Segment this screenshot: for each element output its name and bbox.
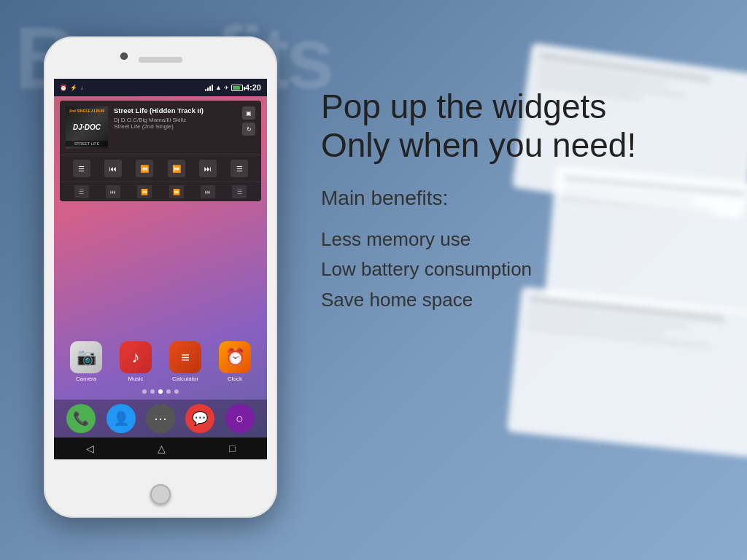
home-button[interactable]: △ <box>158 443 166 454</box>
small-playlist-btn[interactable]: ☰ <box>74 185 89 198</box>
album-text-layer: 2nd SINGLE ALBUM DJ·DOC STREET LIFE <box>66 106 108 149</box>
back-button[interactable]: ◁ <box>86 443 94 454</box>
phone-screen: ⏰ ⚡ ↓ ▲ ✈ <box>54 79 267 459</box>
camera-icon: 📷 <box>70 341 102 373</box>
music-controls-row1: ☰ ⏮ ⏪ ⏩ ⏭ ☰ <box>60 155 261 182</box>
headline: Pop up the widgets Only when you need! <box>321 88 718 165</box>
app-row: 📷 Camera ♪ Music ≡ Calculator <box>54 337 267 386</box>
recents-button[interactable]: □ <box>229 443 235 454</box>
signal-bar-1 <box>205 89 206 91</box>
app-clock[interactable]: ⏰ Clock <box>219 341 251 382</box>
track-album: Street Life (2nd Single) <box>114 123 242 130</box>
track-info: Street Life (Hidden Track II) Dj D.O.C/B… <box>108 106 242 130</box>
menu-btn[interactable]: ☰ <box>231 160 248 177</box>
benefit-1: Less memory use <box>321 225 718 255</box>
battery-tip <box>244 87 245 90</box>
headline-line2: Only when you need! <box>321 126 636 164</box>
album-art: 2nd SINGLE ALBUM DJ·DOC STREET LIFE 2nd … <box>66 106 108 149</box>
music-widget: 2nd SINGLE ALBUM DJ·DOC STREET LIFE 2nd … <box>60 101 261 201</box>
benefits-list: Less memory use Low battery consumption … <box>321 225 718 316</box>
dock-phone[interactable]: 📞 <box>66 404 96 433</box>
battery-fill <box>233 86 241 90</box>
calculator-label: Calculator <box>172 376 198 382</box>
forward-btn[interactable]: ⏩ <box>168 160 185 177</box>
status-time: 4:20 <box>245 83 261 92</box>
phone-speaker <box>139 57 182 63</box>
benefit-2: Low battery consumption <box>321 254 718 285</box>
usb-icon: ⚡ <box>70 85 77 91</box>
phone-shell: ⏰ ⚡ ↓ ▲ ✈ <box>44 36 277 518</box>
signal-bar-2 <box>207 88 209 91</box>
app-music[interactable]: ♪ Music <box>120 341 152 382</box>
track-artist: Dj D.O.C/Big Mama/Ill Skillz <box>114 117 242 123</box>
playlist-btn[interactable]: ☰ <box>73 160 90 177</box>
widget-controls-right: ▣ ↻ <box>242 106 255 136</box>
music-label: Music <box>128 376 144 382</box>
small-next-next-btn[interactable]: ⏭ <box>201 185 215 198</box>
prev-prev-btn[interactable]: ⏮ <box>104 160 122 177</box>
text-content-panel: Pop up the widgets Only when you need! M… <box>321 88 718 316</box>
dot-1 <box>150 389 155 394</box>
dock-browser[interactable]: ○ <box>225 404 255 433</box>
app-camera[interactable]: 📷 Camera <box>70 341 102 382</box>
dock-messaging[interactable]: 💬 <box>185 404 214 433</box>
airplane-icon: ✈ <box>224 85 229 91</box>
wifi-icon: ▲ <box>215 84 222 91</box>
subheading: Main benefits: <box>321 187 718 210</box>
battery-icon <box>231 85 243 91</box>
camera-label: Camera <box>76 376 96 382</box>
clock-label: Clock <box>228 376 242 382</box>
music-widget-top: 2nd SINGLE ALBUM DJ·DOC STREET LIFE 2nd … <box>60 101 261 155</box>
signal-bars <box>205 84 213 91</box>
shuffle-btn[interactable]: ▣ <box>242 106 255 120</box>
app-calculator[interactable]: ≡ Calculator <box>169 341 201 382</box>
calculator-icon: ≡ <box>169 341 201 373</box>
dock-contacts[interactable]: 👤 <box>107 404 136 433</box>
signal-bar-4 <box>212 85 213 91</box>
rewind-btn[interactable]: ⏪ <box>136 160 153 177</box>
headline-line1: Pop up the widgets <box>321 88 606 125</box>
phone-mockup: ⏰ ⚡ ↓ ▲ ✈ <box>44 36 277 518</box>
phone-home-button[interactable] <box>150 484 171 505</box>
track-title: Street Life (Hidden Track II) <box>114 106 242 115</box>
small-forward-btn[interactable]: ⏩ <box>169 185 184 198</box>
status-bar: ⏰ ⚡ ↓ ▲ ✈ <box>54 79 267 96</box>
dot-4 <box>174 389 179 394</box>
music-controls-row2: ☰ ⏮ ⏪ ⏩ ⏭ ☰ <box>60 182 261 201</box>
music-app-icon: ♪ <box>120 341 152 373</box>
benefit-3: Save home space <box>321 285 718 316</box>
repeat-btn[interactable]: ↻ <box>242 122 255 136</box>
small-menu-btn[interactable]: ☰ <box>232 185 247 198</box>
clock-icon: ⏰ <box>219 341 251 373</box>
dock-apps[interactable]: ⋯ <box>146 404 175 433</box>
alarm-icon: ⏰ <box>60 85 67 91</box>
phone-camera <box>120 52 128 60</box>
status-icons-left: ⏰ ⚡ ↓ <box>60 85 83 91</box>
small-prev-prev-btn[interactable]: ⏮ <box>106 185 120 198</box>
page-dots <box>54 389 267 394</box>
dot-0 <box>142 389 147 394</box>
dot-2-active <box>158 389 163 394</box>
next-next-btn[interactable]: ⏭ <box>199 160 217 177</box>
signal-bar-3 <box>209 86 211 91</box>
download-icon: ↓ <box>80 85 83 91</box>
status-right: ▲ ✈ 4:20 <box>205 83 261 92</box>
dock-row: 📞 👤 ⋯ 💬 ○ <box>54 400 267 438</box>
small-rewind-btn[interactable]: ⏪ <box>137 185 152 198</box>
dot-3 <box>166 389 171 394</box>
nav-bar: ◁ △ □ <box>54 438 267 459</box>
